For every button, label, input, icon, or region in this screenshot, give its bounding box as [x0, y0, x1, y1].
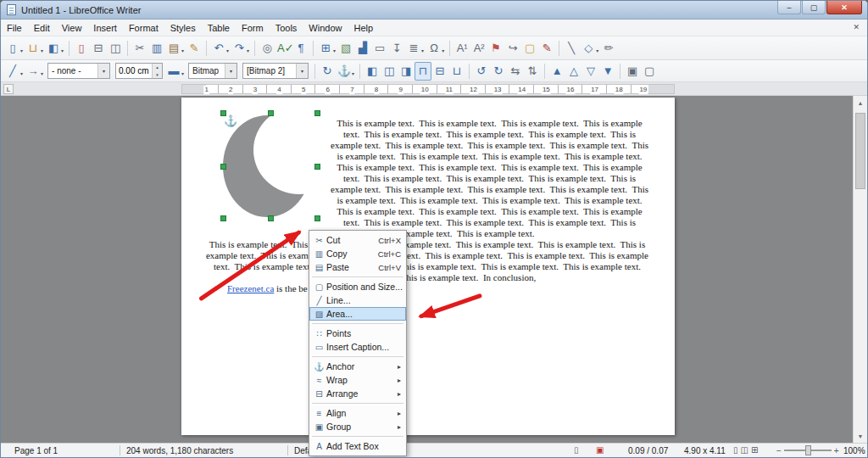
- context-menu-item-area[interactable]: ▨ Area...: [309, 307, 406, 321]
- toolbar-button[interactable]: [69, 41, 70, 56]
- context-menu-item-line[interactable]: ╱ Line...: [309, 293, 406, 307]
- send-to-back-button[interactable]: ▼: [599, 62, 616, 81]
- selection-handle[interactable]: [314, 110, 320, 116]
- insert-chart-button[interactable]: ▟: [354, 39, 371, 58]
- context-menu-item[interactable]: [309, 400, 406, 406]
- insert-bookmark-button[interactable]: ⚑: [487, 39, 504, 58]
- export-pdf-button[interactable]: ▯: [73, 39, 90, 58]
- maximize-button[interactable]: ▢: [802, 1, 826, 14]
- toolbar-button[interactable]: [559, 41, 559, 56]
- clone-formatting-button[interactable]: ✎: [186, 39, 203, 58]
- freezenet-link[interactable]: Freezenet.ca: [227, 283, 274, 293]
- document-modified-icon[interactable]: ▣: [596, 445, 604, 455]
- align-top-button[interactable]: ⊓: [415, 62, 431, 81]
- ruler-strip[interactable]: 1 2 3 4 5 6 7 8 9 10: [181, 84, 675, 94]
- word-count[interactable]: 204 words, 1,180 characters: [126, 446, 233, 455]
- paste-button[interactable]: ▤: [165, 39, 186, 58]
- context-menu-item-points[interactable]: ∷ Points: [309, 327, 406, 340]
- close-button[interactable]: ✕: [826, 1, 862, 14]
- flip-vertical-button[interactable]: ⇅: [524, 62, 541, 81]
- send-backward-button[interactable]: ▽: [582, 62, 599, 81]
- toolbar-button[interactable]: [313, 41, 314, 56]
- context-menu-item-group[interactable]: ▣ Group ▸: [309, 420, 406, 433]
- page-break-button[interactable]: ↧: [388, 39, 405, 58]
- show-draw-functions-button[interactable]: ✏: [600, 39, 617, 58]
- context-menu-item[interactable]: [309, 274, 406, 280]
- context-menu-item[interactable]: [309, 433, 406, 439]
- selection-handle[interactable]: [268, 215, 274, 221]
- insert-text-box-button[interactable]: ▭: [371, 39, 388, 58]
- toolbar-button[interactable]: [469, 64, 470, 79]
- arrow-style-button[interactable]: →: [25, 62, 45, 81]
- toolbar-button[interactable]: [449, 41, 450, 56]
- ruler-right-margin[interactable]: [648, 85, 674, 93]
- scrollbar-thumb[interactable]: [855, 113, 865, 189]
- line-style-button[interactable]: ╱: [4, 62, 25, 81]
- selection-handle[interactable]: [314, 164, 320, 170]
- ungroup-button[interactable]: ▢: [641, 62, 658, 81]
- context-menu-item-anchor[interactable]: ⚓ Anchor ▸: [309, 360, 406, 373]
- context-menu-item-wrap[interactable]: ≈ Wrap ▸: [309, 373, 406, 387]
- menu-table[interactable]: Table: [202, 21, 236, 35]
- menu-styles[interactable]: Styles: [164, 21, 202, 35]
- toolbar-button[interactable]: [314, 64, 315, 79]
- area-fill-select[interactable]: [Bitmap 2]: [242, 63, 309, 79]
- copy-button[interactable]: ▥: [148, 39, 165, 58]
- zoom-thumb[interactable]: [805, 445, 811, 455]
- menu-form[interactable]: Form: [236, 21, 270, 35]
- single-page-view-icon[interactable]: ▯: [733, 445, 738, 455]
- align-bottom-button[interactable]: ⊔: [448, 62, 465, 81]
- anchor-button[interactable]: ⚓: [336, 62, 356, 81]
- page-count[interactable]: Page 1 of 1: [14, 446, 58, 455]
- formatting-marks-button[interactable]: ¶: [292, 39, 309, 58]
- menu-window[interactable]: Window: [303, 21, 348, 35]
- track-changes-button[interactable]: ✎: [538, 39, 555, 58]
- align-left-button[interactable]: ◧: [364, 62, 381, 81]
- open-button[interactable]: ⊔: [25, 39, 45, 58]
- page[interactable]: ⚓ This is example text. This is example …: [181, 98, 675, 435]
- context-menu-item-insert-caption[interactable]: ▭ Insert Caption...: [309, 340, 406, 354]
- insert-endnote-button[interactable]: A²: [470, 39, 487, 58]
- menu-view[interactable]: View: [56, 21, 88, 35]
- cut-button[interactable]: ✂: [131, 39, 148, 58]
- multi-page-view-icon[interactable]: ◫: [741, 445, 748, 455]
- save-button[interactable]: ◧: [45, 39, 65, 58]
- selection-mode-icon[interactable]: ▯: [574, 445, 579, 455]
- book-view-icon[interactable]: ⊞: [751, 445, 758, 455]
- toolbar-button[interactable]: [127, 41, 128, 56]
- spinner-arrows[interactable]: [152, 64, 162, 78]
- bring-forward-button[interactable]: △: [565, 62, 582, 81]
- menu-tools[interactable]: Tools: [270, 21, 303, 35]
- context-menu-item-paste[interactable]: ▤ Paste Ctrl+V: [309, 260, 406, 274]
- area-style-select[interactable]: Bitmap: [188, 63, 237, 79]
- minimize-button[interactable]: –: [777, 1, 801, 14]
- bring-to-front-button[interactable]: ▲: [548, 62, 565, 81]
- menu-edit[interactable]: Edit: [28, 21, 56, 35]
- context-menu-item-position-and-size[interactable]: ▢ Position and Size...: [309, 280, 406, 293]
- line-style-select[interactable]: - none -: [47, 63, 110, 79]
- selection-handle[interactable]: [268, 110, 274, 116]
- print-button[interactable]: ⊟: [90, 39, 107, 58]
- menu-format[interactable]: Format: [123, 21, 164, 35]
- new-document-button[interactable]: ▯: [4, 39, 25, 58]
- context-menu-item-add-text-box[interactable]: A Add Text Box: [309, 439, 406, 453]
- insert-image-button[interactable]: ▧: [337, 39, 354, 58]
- insert-table-button[interactable]: ⊞: [317, 39, 337, 58]
- insert-line-button[interactable]: ╲: [563, 39, 580, 58]
- line-width-input[interactable]: 0.00 cm: [115, 63, 163, 79]
- scroll-down-button[interactable]: [854, 429, 867, 443]
- rotate-right-button[interactable]: ↻: [490, 62, 507, 81]
- close-document-button[interactable]: ✕: [850, 23, 862, 31]
- menu-insert[interactable]: Insert: [87, 21, 123, 35]
- selection-handle[interactable]: [220, 215, 226, 221]
- cross-reference-button[interactable]: ↪: [504, 39, 521, 58]
- vertical-scrollbar[interactable]: [853, 96, 867, 443]
- rotate-button[interactable]: ↻: [319, 62, 336, 81]
- selection-handle[interactable]: [220, 164, 226, 170]
- context-menu-item[interactable]: [309, 321, 406, 327]
- menu-file[interactable]: File: [1, 21, 28, 35]
- line-color-button[interactable]: ▬: [165, 62, 186, 81]
- flip-horizontal-button[interactable]: ⇆: [507, 62, 524, 81]
- toolbar-button[interactable]: [544, 64, 545, 79]
- context-menu-item[interactable]: [309, 354, 406, 360]
